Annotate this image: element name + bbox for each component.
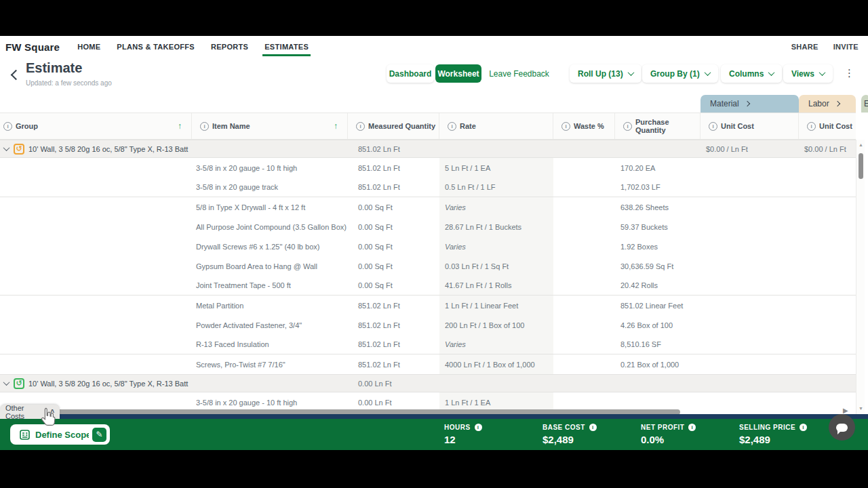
waste-cell[interactable] [553, 178, 615, 197]
table-row[interactable]: ↺ Drywall Screws #6 x 1.25" (40 lb box) … [0, 237, 856, 256]
material-unit-cost-cell[interactable]: $0.00 / Ln Ft [701, 140, 799, 157]
group-cell[interactable]: ↺ [0, 158, 192, 178]
nav-item-reports[interactable]: REPORTS [211, 43, 248, 51]
info-icon[interactable]: i [800, 424, 807, 431]
group-cell[interactable]: ↺ [0, 217, 192, 237]
views-dropdown[interactable]: Views [783, 64, 833, 83]
waste-cell[interactable] [553, 335, 615, 354]
waste-cell[interactable] [553, 375, 615, 392]
nav-item-estimates[interactable]: ESTIMATES [264, 43, 309, 51]
group-cell[interactable]: ↺ [0, 197, 192, 217]
waste-cell[interactable] [553, 296, 615, 315]
labor-unit-cost-cell[interactable] [799, 315, 856, 335]
rate-cell[interactable]: 5 Ln Ft / 1 EA [439, 158, 553, 178]
rate-cell[interactable]: 4000 Ln Ft / 1 Box of 1,000 [439, 354, 553, 374]
material-unit-cost-cell[interactable] [701, 276, 799, 295]
item-name-cell[interactable]: Gypsum Board Area to Hang @ Wall [192, 256, 348, 276]
material-unit-cost-cell[interactable] [701, 375, 799, 392]
labor-tab[interactable]: Labor [799, 95, 856, 113]
item-name-cell[interactable]: 5/8 in Type X Drywall - 4 ft x 12 ft [192, 197, 348, 217]
labor-unit-cost-cell[interactable] [799, 197, 856, 217]
table-row[interactable]: ↺ 10' Wall, 3 5/8 20g 16 oc, 5/8" Type X… [0, 374, 856, 392]
material-unit-cost-cell[interactable] [701, 296, 799, 315]
info-icon[interactable]: i [807, 122, 816, 131]
table-row[interactable]: ↺ R-13 Faced Insulation 851.02 Ln Ft Var… [0, 335, 856, 354]
sort-asc-icon[interactable]: ↑ [178, 121, 182, 131]
item-name-cell[interactable]: Drywall Screws #6 x 1.25" (40 lb box) [192, 237, 348, 256]
item-name-cell[interactable] [192, 140, 348, 157]
rate-cell[interactable] [439, 375, 553, 392]
group-cell[interactable]: ↺ [0, 296, 192, 315]
waste-cell[interactable] [553, 237, 615, 256]
info-icon[interactable]: i [623, 122, 632, 131]
table-row[interactable]: ↺ All Purpose Joint Compound (3.5 Gallon… [0, 217, 856, 237]
table-row[interactable]: ↺ 5/8 in Type X Drywall - 4 ft x 12 ft 0… [0, 197, 856, 217]
labor-unit-cost-cell[interactable] [799, 158, 856, 178]
columns-dropdown[interactable]: Columns [721, 64, 782, 83]
rate-cell[interactable]: 28.67 Ln Ft / 1 Buckets [439, 217, 553, 237]
group-cell[interactable]: ↺ [0, 237, 192, 256]
labor-unit-cost-cell[interactable] [799, 335, 856, 354]
material-unit-cost-cell[interactable] [701, 178, 799, 197]
material-unit-cost-cell[interactable] [701, 354, 799, 374]
info-icon[interactable]: i [448, 122, 456, 131]
column-header-rate[interactable]: i Rate [439, 113, 553, 139]
group-cell[interactable]: ↺ [0, 276, 192, 295]
group-cell[interactable]: ↺ [0, 315, 192, 335]
group-cell[interactable]: ↺ [0, 354, 192, 374]
scroll-right-icon[interactable]: ▶ [843, 407, 848, 414]
roll-up-dropdown[interactable]: Roll Up (13) [570, 64, 642, 83]
material-unit-cost-cell[interactable] [701, 158, 799, 178]
group-cell[interactable]: ↺ 10' Wall, 3 5/8 20g 16 oc, 5/8" Type X… [0, 140, 192, 157]
labor-unit-cost-cell[interactable] [799, 217, 856, 237]
rate-cell[interactable]: Varies [439, 237, 553, 256]
group-cell[interactable]: ↺ 10' Wall, 3 5/8 20g 16 oc, 5/8" Type X… [0, 375, 192, 392]
waste-cell[interactable] [553, 256, 615, 276]
scroll-up-icon[interactable]: ▲ [856, 142, 865, 147]
group-by-dropdown[interactable]: Group By (1) [642, 64, 718, 83]
edit-button[interactable]: ✎ [89, 424, 110, 445]
material-unit-cost-cell[interactable] [701, 237, 799, 256]
rate-cell[interactable]: Varies [439, 197, 553, 217]
chevron-down-icon[interactable] [3, 379, 10, 386]
info-icon[interactable]: i [561, 122, 570, 131]
invite-link[interactable]: INVITE [833, 43, 859, 51]
item-name-cell[interactable] [192, 375, 348, 392]
table-row[interactable]: ↺ 10' Wall, 3 5/8 20g 16 oc, 5/8" Type X… [0, 140, 856, 158]
material-unit-cost-cell[interactable] [701, 197, 799, 217]
group-cell[interactable]: ↺ [0, 256, 192, 276]
chevron-down-icon[interactable] [3, 144, 10, 151]
material-unit-cost-cell[interactable] [701, 256, 799, 276]
rate-cell[interactable] [439, 140, 553, 157]
column-header-purchase-quantity[interactable]: i Purchase Quantity [615, 113, 701, 139]
material-unit-cost-cell[interactable] [701, 217, 799, 237]
item-name-cell[interactable]: 3-5/8 in x 20 gauge - 10 ft high [192, 158, 348, 178]
nav-item-home[interactable]: HOME [77, 43, 100, 51]
material-unit-cost-cell[interactable] [701, 335, 799, 354]
rate-cell[interactable]: 1 Ln Ft / 1 Linear Feet [439, 296, 553, 315]
rate-cell[interactable]: Varies [439, 335, 553, 354]
waste-cell[interactable] [553, 217, 615, 237]
waste-cell[interactable] [553, 140, 615, 157]
labor-unit-cost-cell[interactable]: $0.00 / Ln Ft [799, 140, 856, 157]
item-name-cell[interactable]: R-13 Faced Insulation [192, 335, 348, 354]
sort-asc-icon[interactable]: ↑ [334, 121, 338, 131]
waste-cell[interactable] [553, 354, 615, 374]
info-icon[interactable]: i [200, 122, 209, 131]
waste-cell[interactable] [553, 315, 615, 335]
labor-unit-cost-cell[interactable] [799, 178, 856, 197]
nav-item-plans-takeoffs[interactable]: PLANS & TAKEOFFS [117, 43, 195, 51]
labor-unit-cost-cell[interactable] [799, 375, 856, 392]
share-link[interactable]: SHARE [791, 43, 818, 51]
group-cell[interactable]: ↺ [0, 178, 192, 197]
chat-button[interactable] [829, 414, 855, 441]
item-name-cell[interactable]: Metal Partition [192, 296, 348, 315]
leave-feedback-button[interactable]: Leave Feedback [487, 64, 551, 83]
table-row[interactable]: ↺ 3-5/8 in x 20 gauge track 851.02 Ln Ft… [0, 178, 856, 197]
column-header-measured-quantity[interactable]: i Measured Quantity [348, 113, 439, 139]
material-unit-cost-cell[interactable] [701, 315, 799, 335]
rate-cell[interactable]: 0.5 Ln Ft / 1 LF [439, 178, 553, 197]
column-header-item-name[interactable]: i Item Name ↑ [192, 113, 348, 139]
rate-cell[interactable]: 41.67 Ln Ft / 1 Rolls [439, 276, 553, 295]
vertical-scrollbar[interactable]: ▲ ▼ [856, 140, 865, 414]
